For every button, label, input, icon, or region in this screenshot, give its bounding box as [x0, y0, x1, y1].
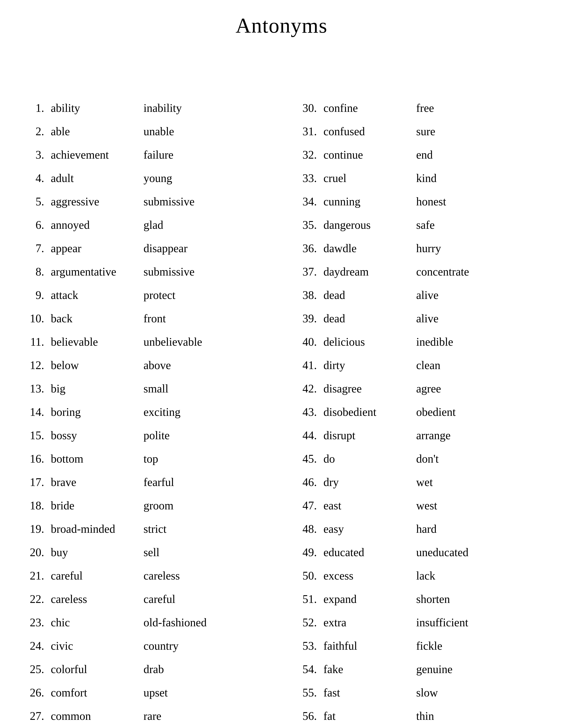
list-item: 21.carefulcareless	[18, 567, 273, 584]
item-number: 53.	[290, 637, 317, 655]
item-antonym: upset	[143, 684, 168, 701]
item-word: daydream	[324, 263, 416, 280]
item-antonym: front	[143, 310, 166, 327]
item-number: 13.	[18, 380, 44, 397]
item-number: 45.	[290, 450, 317, 467]
item-number: 54.	[290, 661, 317, 678]
list-item: 34.cunninghonest	[290, 193, 545, 210]
item-antonym: insufficient	[416, 614, 468, 631]
item-word: dirty	[324, 357, 416, 374]
item-word: east	[324, 497, 416, 514]
item-antonym: above	[143, 357, 171, 374]
item-number: 23.	[18, 614, 44, 631]
item-antonym: hurry	[416, 240, 441, 257]
item-word: excess	[324, 567, 416, 584]
item-antonym: rare	[143, 707, 161, 725]
item-antonym: concentrate	[416, 263, 469, 280]
item-word: confine	[324, 99, 416, 117]
item-number: 1.	[18, 99, 44, 117]
item-number: 10.	[18, 310, 44, 327]
item-number: 19.	[18, 520, 44, 538]
list-item: 13.bigsmall	[18, 380, 273, 397]
item-word: dawdle	[324, 240, 416, 257]
item-number: 8.	[18, 263, 44, 280]
item-antonym: fickle	[416, 637, 442, 655]
item-word: careless	[51, 591, 143, 608]
item-number: 21.	[18, 567, 44, 584]
item-word: disagree	[324, 380, 416, 397]
list-item: 23.chicold-fashioned	[18, 614, 273, 631]
item-number: 47.	[290, 497, 317, 514]
item-antonym: honest	[416, 193, 446, 210]
item-antonym: careful	[143, 591, 175, 608]
item-word: bottom	[51, 450, 143, 467]
item-antonym: inedible	[416, 333, 453, 351]
item-antonym: exciting	[143, 403, 180, 421]
item-antonym: fearful	[143, 474, 174, 491]
item-number: 38.	[290, 287, 317, 304]
list-item: 10.backfront	[18, 310, 273, 327]
item-antonym: careless	[143, 567, 180, 584]
item-number: 30.	[290, 99, 317, 117]
item-word: confused	[324, 123, 416, 140]
item-word: fake	[324, 661, 416, 678]
item-word: fast	[324, 684, 416, 701]
list-item: 4.adultyoung	[18, 170, 273, 187]
item-antonym: sure	[416, 123, 435, 140]
item-number: 3.	[18, 146, 44, 163]
item-number: 12.	[18, 357, 44, 374]
list-item: 37.daydreamconcentrate	[290, 263, 545, 280]
list-item: 43.disobedientobedient	[290, 403, 545, 421]
columns-container: 1.abilityinability2.ableunable3.achievem…	[18, 99, 545, 728]
item-number: 22.	[18, 591, 44, 608]
list-item: 22.carelesscareful	[18, 591, 273, 608]
item-number: 20.	[18, 544, 44, 561]
list-item: 11.believableunbelievable	[18, 333, 273, 351]
item-antonym: lack	[416, 567, 435, 584]
item-word: faithful	[324, 637, 416, 655]
item-word: buy	[51, 544, 143, 561]
item-word: extra	[324, 614, 416, 631]
item-number: 40.	[290, 333, 317, 351]
item-word: adult	[51, 170, 143, 187]
item-number: 49.	[290, 544, 317, 561]
item-number: 25.	[18, 661, 44, 678]
list-item: 52.extrainsufficient	[290, 614, 545, 631]
item-number: 27.	[18, 707, 44, 725]
item-antonym: agree	[416, 380, 441, 397]
list-item: 35.dangeroussafe	[290, 216, 545, 234]
item-antonym: don't	[416, 450, 439, 467]
list-item: 25.colorfuldrab	[18, 661, 273, 678]
item-number: 18.	[18, 497, 44, 514]
item-number: 56.	[290, 707, 317, 725]
list-item: 30.confinefree	[290, 99, 545, 117]
item-antonym: old-fashioned	[143, 614, 207, 631]
item-number: 31.	[290, 123, 317, 140]
page-title: Antonyms	[18, 13, 545, 38]
item-word: delicious	[324, 333, 416, 351]
item-antonym: protect	[143, 287, 175, 304]
list-item: 24.civiccountry	[18, 637, 273, 655]
item-number: 26.	[18, 684, 44, 701]
list-item: 31.confusedsure	[290, 123, 545, 140]
item-word: aggressive	[51, 193, 143, 210]
list-item: 17.bravefearful	[18, 474, 273, 491]
item-word: continue	[324, 146, 416, 163]
item-antonym: free	[416, 99, 434, 117]
item-number: 41.	[290, 357, 317, 374]
item-antonym: west	[416, 497, 437, 514]
item-word: do	[324, 450, 416, 467]
item-number: 5.	[18, 193, 44, 210]
item-antonym: sell	[143, 544, 159, 561]
list-item: 19.broad-mindedstrict	[18, 520, 273, 538]
item-antonym: shorten	[416, 591, 450, 608]
item-number: 51.	[290, 591, 317, 608]
list-item: 56.fatthin	[290, 707, 545, 725]
item-word: annoyed	[51, 216, 143, 234]
item-word: big	[51, 380, 143, 397]
item-number: 2.	[18, 123, 44, 140]
item-word: colorful	[51, 661, 143, 678]
item-word: common	[51, 707, 143, 725]
item-number: 17.	[18, 474, 44, 491]
item-word: cruel	[324, 170, 416, 187]
